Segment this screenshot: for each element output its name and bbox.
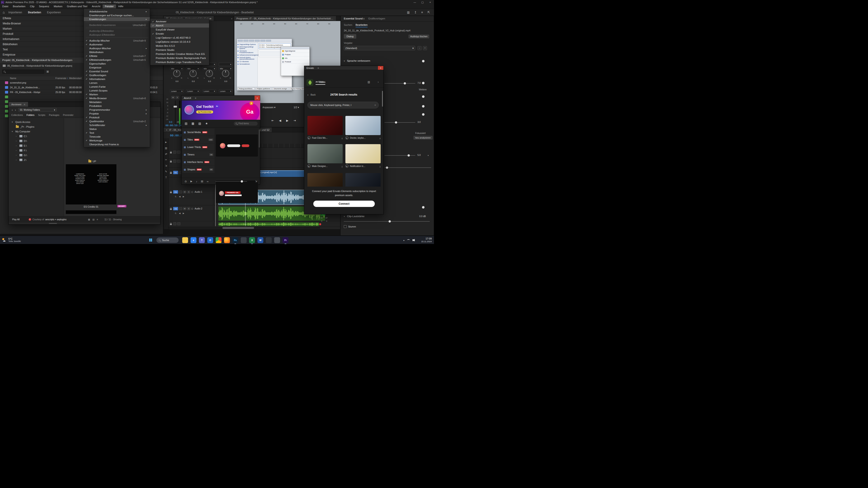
- menu-item[interactable]: ✓ ▸: [84, 21, 150, 23]
- taskbar-app-icon[interactable]: [266, 237, 272, 243]
- submenu-item[interactable]: ✓ Premium Builder Kinetic Backgrounds Pa…: [150, 56, 209, 60]
- tool-icon[interactable]: ✎: [165, 168, 167, 174]
- video-thumbnail[interactable]: [345, 144, 381, 163]
- menu-item[interactable]: ✓ Audiospur-Effekteditor ▸: [84, 33, 150, 37]
- clip-volume-value[interactable]: 0.0 dB: [419, 215, 426, 218]
- aeviewer-tab-item[interactable]: Collections: [11, 113, 23, 116]
- slider-line[interactable]: [384, 122, 415, 123]
- slider-line[interactable]: [384, 167, 431, 168]
- menu-item[interactable]: ✓ Erweiterungen auf Exchange suchen... ▸: [84, 13, 150, 17]
- taskbar-app-icon[interactable]: e: [191, 237, 196, 243]
- slider-line[interactable]: [384, 155, 415, 156]
- menu-item[interactable]: ✓ Audioclip-Mischer Umschalt+9 ▸: [84, 39, 150, 42]
- label-color-chip[interactable]: [5, 115, 8, 117]
- video-thumbnail[interactable]: [345, 116, 381, 135]
- tree-item-pr-plugins[interactable]: _Pr - Plugins: [8, 124, 64, 129]
- lock-icon[interactable]: [170, 161, 172, 162]
- lock-icon[interactable]: [170, 224, 172, 225]
- taskbar-app-icon[interactable]: [224, 237, 230, 243]
- column-framerate[interactable]: Framerate: [55, 77, 66, 79]
- label-color-chip[interactable]: [5, 100, 8, 103]
- menu-item[interactable]: ✓ Quellmonitor Umschalt+2 ▸: [84, 119, 150, 123]
- automation-mode-select[interactable]: Lesen▾: [219, 90, 232, 93]
- minimize-button[interactable]: —: [411, 1, 418, 4]
- pan-knob[interactable]: [189, 70, 197, 77]
- weitere-label[interactable]: Weitere: [419, 88, 427, 91]
- pan-value[interactable]: 0.0: [218, 80, 233, 83]
- tool-icon[interactable]: ⇲: [165, 163, 167, 168]
- menu-item[interactable]: ✓ Lumetri-Farbe ▸: [84, 85, 150, 89]
- panel-menu-icon[interactable]: ≡: [363, 17, 365, 20]
- workspace-mode-tab[interactable]: Exportieren: [47, 11, 61, 14]
- file-view-icon[interactable]: ▧: [198, 122, 201, 125]
- pan-knob[interactable]: [173, 70, 180, 77]
- download-icon[interactable]: ↓: [379, 165, 381, 167]
- favorites-icon[interactable]: ★: [205, 122, 208, 125]
- tool-icon[interactable]: ▥: [165, 145, 167, 151]
- track-a3[interactable]: [168, 222, 340, 227]
- menu-item[interactable]: ✓ Effekte Umschalt+7 ▸: [84, 54, 150, 58]
- tool-icon[interactable]: T: [165, 174, 167, 180]
- subtab-bearbeiten[interactable]: Bearbeiten: [355, 24, 368, 27]
- preview-subscribe[interactable]: [216, 134, 258, 157]
- mute-checkbox-row[interactable]: Stumm: [344, 225, 356, 228]
- find-items-input[interactable]: Find items: [234, 122, 258, 126]
- panel-menu-icon[interactable]: ≡: [24, 103, 25, 106]
- grid-view-icon[interactable]: ▦: [88, 218, 90, 221]
- timeline-scrollbar[interactable]: [168, 227, 320, 229]
- drive-item[interactable]: ›E:\: [8, 143, 64, 148]
- download-icon[interactable]: ↓: [342, 165, 343, 167]
- submenu-item[interactable]: ✓ AtomX: [150, 24, 209, 28]
- drive-item[interactable]: ›J:\: [8, 158, 64, 162]
- panel-menu-icon[interactable]: ≡: [318, 67, 319, 69]
- aeviewer-scrollbar[interactable]: [49, 223, 57, 224]
- back-icon[interactable]: ‹: [12, 108, 13, 111]
- automation-mode-select[interactable]: Lesen▾: [203, 90, 216, 93]
- start-button[interactable]: [149, 238, 152, 241]
- voiceover-record-icon[interactable]: [191, 208, 193, 210]
- pan-value[interactable]: 0.0: [169, 80, 184, 83]
- pan-value[interactable]: 0.0: [202, 80, 217, 83]
- mute-button[interactable]: M: [171, 96, 175, 99]
- link-icon[interactable]: ∞: [207, 180, 209, 183]
- track-volume[interactable]: 0.: [175, 212, 177, 215]
- slider-handle[interactable]: [408, 154, 410, 157]
- column-name[interactable]: Name: [10, 77, 16, 79]
- menu-item[interactable]: ✓ Lernen ▸: [84, 81, 150, 85]
- delete-preset-icon[interactable]: ×: [423, 46, 427, 50]
- project-search-input[interactable]: [2, 70, 44, 74]
- section-chevron-icon[interactable]: ▾: [344, 60, 345, 62]
- menu-item[interactable]: ✓ Grafikvorlagen ▸: [84, 73, 150, 77]
- zoom-slider[interactable]: [215, 181, 247, 182]
- track-mute-button[interactable]: M: [183, 191, 186, 193]
- wifi-icon[interactable]: [407, 239, 410, 241]
- playback-resolution-select[interactable]: 1/2 ▾: [293, 106, 299, 109]
- taskbar-search[interactable]: Suche: [156, 237, 179, 243]
- stock-video-card[interactable]: ▶ Doctor, keybo... ↓: [345, 116, 381, 140]
- solo-button[interactable]: S: [176, 96, 179, 99]
- menubar-item[interactable]: Marken: [52, 4, 65, 9]
- menu-item[interactable]: ✓ Projekte ▸: [84, 111, 150, 116]
- view-options-button[interactable]: ▦: [46, 70, 50, 74]
- label-color-chip[interactable]: [5, 96, 8, 98]
- menu-item[interactable]: ✓ Überprüfung mit Frame.io ▸: [84, 142, 150, 146]
- panel-stack-icon[interactable]: ≡: [421, 11, 423, 14]
- menu-item[interactable]: ✓ Ereignisse ▸: [84, 66, 150, 69]
- section-chevron-icon[interactable]: ▾: [344, 215, 345, 218]
- menu-item[interactable]: ✓ Metadaten ▸: [84, 100, 150, 104]
- play-icon[interactable]: ▶: [345, 136, 348, 139]
- hidden-icons-chevron[interactable]: ▴: [403, 239, 404, 241]
- up-folder-item[interactable]: UP: [88, 159, 96, 164]
- menu-item[interactable]: ✓ Status ▸: [84, 127, 150, 131]
- taskbar-app-icon[interactable]: [274, 237, 280, 243]
- clear-search-icon[interactable]: ×: [375, 104, 376, 106]
- track-volume[interactable]: 0.: [175, 195, 177, 198]
- slider-line[interactable]: [384, 83, 415, 84]
- home-icon[interactable]: ⌂: [3, 10, 5, 14]
- menu-item[interactable]: ✓ Timecode ▸: [84, 135, 150, 138]
- track-target-a1[interactable]: A1: [173, 190, 178, 194]
- menu-item[interactable]: ✓ Audiospur-Mischer ▸: [84, 46, 150, 50]
- dropdown-chevron-icon[interactable]: ▾: [428, 154, 429, 157]
- section-sprache-verbessern[interactable]: Sprache verbessern: [347, 59, 370, 62]
- submenu-item[interactable]: ✓ Premium Builder Creative Motion Pack E…: [150, 52, 209, 56]
